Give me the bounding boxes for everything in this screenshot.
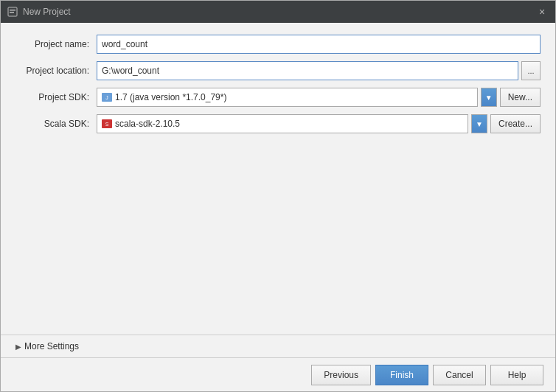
project-name-label: Project name:: [15, 39, 97, 49]
previous-button[interactable]: Previous: [311, 365, 371, 385]
project-sdk-value: 1.7 (java version *1.7.0_79*): [115, 92, 473, 102]
project-sdk-label: Project SDK:: [15, 92, 97, 102]
scala-sdk-row: Scala SDK: S scala-sdk-2.10.5 ▼ Create..…: [15, 114, 541, 133]
chevron-down-icon: ▼: [485, 94, 493, 102]
project-name-row: Project name:: [15, 35, 541, 54]
browse-button[interactable]: ...: [521, 61, 541, 80]
title-bar: New Project ×: [1, 1, 555, 23]
scala-sdk-select[interactable]: S scala-sdk-2.10.5: [97, 114, 468, 133]
form-content: Project name: Project location: ... Proj…: [1, 23, 555, 335]
dialog-title: New Project: [23, 7, 535, 17]
java-sdk-icon: J: [102, 93, 112, 102]
scala-sdk-create-button[interactable]: Create...: [490, 114, 541, 133]
close-button[interactable]: ×: [535, 4, 549, 19]
project-sdk-field: J 1.7 (java version *1.7.0_79*) ▼ New...: [97, 88, 541, 107]
cancel-button[interactable]: Cancel: [433, 365, 486, 385]
svg-rect-2: [10, 12, 14, 13]
svg-rect-1: [10, 10, 15, 11]
project-location-field: ...: [97, 61, 541, 80]
more-settings-section[interactable]: ▶ More Settings: [1, 335, 555, 357]
more-settings-label: More Settings: [24, 341, 79, 351]
chevron-down-icon: ▼: [476, 120, 483, 128]
project-sdk-row: Project SDK: J 1.7 (java version *1.7.0_…: [15, 88, 541, 107]
project-location-input[interactable]: [97, 61, 518, 80]
project-name-field: [97, 35, 541, 54]
help-button[interactable]: Help: [490, 365, 543, 385]
scala-sdk-label: Scala SDK:: [15, 119, 97, 129]
scala-sdk-dropdown-button[interactable]: ▼: [471, 114, 487, 133]
dialog-footer: Previous Finish Cancel Help: [1, 357, 555, 391]
content-spacer: [15, 141, 541, 323]
dialog-icon: [7, 6, 18, 18]
project-sdk-select[interactable]: J 1.7 (java version *1.7.0_79*): [97, 88, 478, 107]
scala-sdk-icon: S: [102, 119, 112, 128]
project-location-row: Project location: ...: [15, 61, 541, 80]
project-location-label: Project location:: [15, 66, 97, 76]
project-sdk-dropdown-button[interactable]: ▼: [481, 88, 497, 107]
finish-button[interactable]: Finish: [375, 365, 428, 385]
more-settings-arrow-icon: ▶: [15, 343, 21, 351]
project-sdk-new-button[interactable]: New...: [500, 88, 541, 107]
new-project-dialog: New Project × Project name: Project loca…: [0, 0, 556, 392]
scala-sdk-value: scala-sdk-2.10.5: [115, 119, 463, 129]
scala-sdk-field: S scala-sdk-2.10.5 ▼ Create...: [97, 114, 541, 133]
project-name-input[interactable]: [97, 35, 541, 54]
